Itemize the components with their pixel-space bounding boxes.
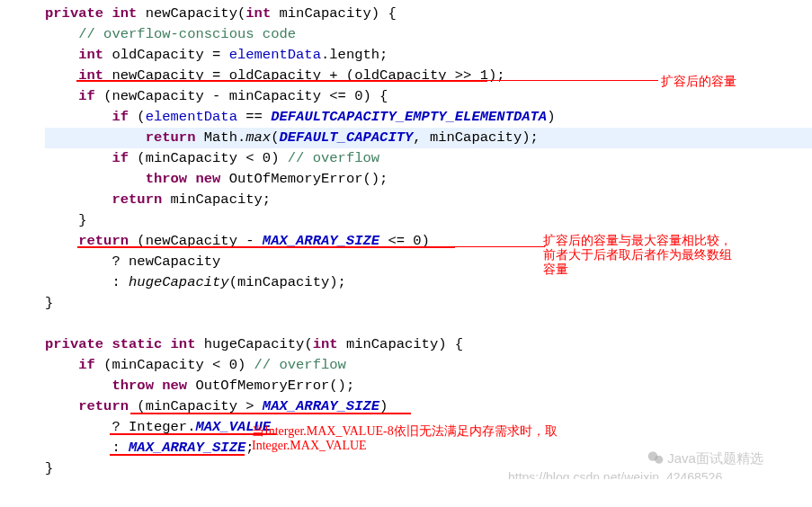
code-line-highlighted: return Math.max(DEFAULT_CAPACITY, minCap… <box>45 128 812 148</box>
underline-3 <box>130 413 411 414</box>
underline-5 <box>110 454 245 456</box>
annotation-1: 扩容后的容量 <box>661 75 736 89</box>
underline-2 <box>77 246 455 248</box>
annotation-2: 扩容后的容量与最大容量相比较， 前者大于后者取后者作为最终数组 容量 <box>543 234 732 277</box>
code-line: if (minCapacity < 0) // overflow <box>45 148 812 169</box>
blank-line <box>45 314 812 334</box>
code-line: } <box>45 293 812 314</box>
underline-arrow-1 <box>487 80 658 81</box>
underline-arrow-2 <box>455 246 545 247</box>
code-line: if (newCapacity - minCapacity <= 0) { <box>45 86 812 107</box>
annotation-3: 当Interger.MAX_VALUE-8依旧无法满足内存需求时，取 Integ… <box>252 424 558 453</box>
code-line: int oldCapacity = elementData.length; <box>45 45 812 66</box>
code-line: // overflow-conscious code <box>45 24 812 45</box>
code-line: } <box>45 210 812 231</box>
code-line: return minCapacity; <box>45 190 812 210</box>
code-line: if (elementData == DEFAULTCAPACITY_EMPTY… <box>45 107 812 128</box>
underline-1 <box>76 80 487 82</box>
watermark-title: Java面试题精选 <box>647 448 763 470</box>
code-line: if (minCapacity < 0) // overflow <box>45 355 812 376</box>
watermark-url: https://blog.csdn.net/weixin_42468526 <box>508 467 722 479</box>
code-line: private int newCapacity(int minCapacity)… <box>45 4 812 24</box>
code-line: throw new OutOfMemoryError(); <box>45 376 812 396</box>
code-line: private static int hugeCapacity(int minC… <box>45 334 812 355</box>
code-line: throw new OutOfMemoryError(); <box>45 169 812 190</box>
svg-point-1 <box>655 455 663 463</box>
